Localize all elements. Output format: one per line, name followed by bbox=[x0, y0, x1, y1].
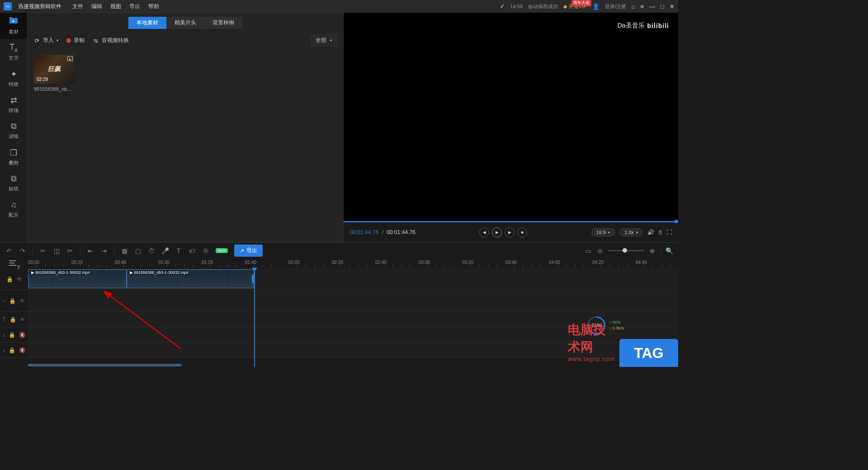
playhead[interactable] bbox=[254, 268, 255, 367]
ruler[interactable]: 00:0000:2000:4001:0001:2001:4002:0002:20… bbox=[28, 258, 678, 268]
mute-icon[interactable]: 🔇 bbox=[19, 332, 26, 338]
tag-icon[interactable]: 🏷 bbox=[189, 247, 196, 254]
current-time: 00:01:44.76 bbox=[350, 229, 378, 235]
zoom-fit-icon[interactable]: 🔍 bbox=[665, 247, 673, 254]
track-options-icon[interactable]: + bbox=[9, 260, 18, 266]
aspect-dropdown[interactable]: 16:9 ▾ bbox=[591, 228, 615, 236]
copy-icon[interactable]: ⎘ bbox=[202, 247, 209, 254]
crop-icon[interactable]: ◫ bbox=[53, 247, 60, 254]
lock-icon[interactable]: 🔒 bbox=[9, 347, 15, 353]
sidebar-label-media: 素材 bbox=[9, 28, 19, 35]
preview-screen[interactable]: Da圣音乐 bilibili bbox=[344, 13, 678, 221]
convert-button[interactable]: ⇆ 音视频转换 bbox=[93, 37, 129, 44]
speed-icon[interactable]: ⏱ bbox=[148, 247, 155, 254]
redo-icon[interactable]: ↷ bbox=[19, 247, 26, 254]
timeline-scrollbar[interactable] bbox=[28, 363, 678, 367]
trim-start-icon[interactable]: ⇤ bbox=[87, 247, 94, 254]
snapshot-icon[interactable]: ⎙ bbox=[659, 229, 662, 235]
mute-icon[interactable]: 🔇 bbox=[19, 347, 26, 353]
import-button[interactable]: ⟳ 导入 ▾ bbox=[34, 37, 58, 44]
media-item[interactable]: ▶ 狂飙 02:29 991558388_nb3-... bbox=[34, 55, 75, 92]
lock-icon[interactable]: 🔒 bbox=[9, 332, 15, 338]
trim-end-icon[interactable]: ⇥ bbox=[100, 247, 108, 254]
freeze-icon[interactable]: ▦ bbox=[121, 247, 128, 254]
vip-button[interactable]: ◆ 开通VIP 周年大促 bbox=[563, 3, 587, 10]
menu-view[interactable]: 视图 bbox=[110, 3, 121, 10]
sidebar-item-music[interactable]: ♫ 配乐 bbox=[0, 196, 27, 222]
zoom-in-icon[interactable]: ⊕ bbox=[649, 247, 656, 254]
separator bbox=[80, 247, 80, 254]
close-icon[interactable]: ✕ bbox=[670, 3, 675, 10]
sidebar-item-overlay[interactable]: ❐ 叠附 bbox=[0, 144, 27, 170]
stop-button[interactable]: ■ bbox=[517, 227, 527, 237]
mic-icon[interactable]: 🎤 bbox=[161, 247, 169, 254]
media-duration: 02:29 bbox=[37, 77, 48, 82]
next-frame-button[interactable]: ▶ bbox=[505, 227, 514, 237]
sidebar-item-sticker[interactable]: ⧉ 贴纸 bbox=[0, 170, 27, 196]
track-head-video: 🔒 👁 bbox=[0, 276, 28, 282]
sidebar-label-sticker: 贴纸 bbox=[9, 185, 19, 192]
eye-icon[interactable]: 👁 bbox=[20, 316, 25, 323]
menu-edit[interactable]: 编辑 bbox=[91, 3, 102, 10]
fullscreen-icon[interactable]: ⛶ bbox=[666, 229, 672, 235]
text-track-icon: T bbox=[3, 316, 6, 323]
eye-icon[interactable]: 👁 bbox=[17, 276, 22, 282]
tab-background[interactable]: 背景样例 bbox=[204, 17, 242, 29]
scrollbar-thumb[interactable] bbox=[28, 364, 182, 367]
minimize-icon[interactable]: — bbox=[649, 3, 655, 10]
sidebar-item-transition[interactable]: ⇄ 转场 bbox=[0, 91, 27, 118]
play-button[interactable]: ▶ bbox=[492, 227, 502, 237]
filter-label: 全部 bbox=[316, 37, 326, 44]
home-icon[interactable]: ⌂ bbox=[632, 3, 635, 10]
speed-dropdown[interactable]: 1.0x ▾ bbox=[619, 228, 643, 236]
cut-icon[interactable]: ✄ bbox=[66, 247, 74, 254]
eye-icon[interactable]: 👁 bbox=[19, 298, 25, 304]
marker-icon[interactable]: ▢ bbox=[134, 247, 142, 254]
export-button[interactable]: ↗ 导出 bbox=[234, 244, 263, 257]
login-label[interactable]: 登录/注册 bbox=[605, 3, 626, 10]
filter-dropdown[interactable]: 全部 ▾ bbox=[311, 34, 337, 47]
track-head-text: T 🔒 👁 bbox=[0, 316, 28, 323]
app-logo: ✂ bbox=[4, 2, 12, 10]
timeline-toolbar: ↶ ↷ ✂ ◫ ✄ ⇤ ⇥ ▦ ▢ ⏱ 🎤 T 🏷 ⎘ NEW ↗ 导出 ▭ ⊖… bbox=[0, 242, 678, 258]
zoom-out-icon[interactable]: ⊖ bbox=[596, 247, 604, 254]
playback-controls: ◀ ▶ ▶ ■ bbox=[479, 227, 527, 237]
tab-local[interactable]: 本地素材 bbox=[128, 17, 166, 29]
media-panel: 本地素材 精美片头 背景样例 ⟳ 导入 ▾ 录制 ⇆ 音视频转换 全部 ▾ bbox=[27, 13, 344, 242]
text-tool-icon[interactable]: T bbox=[175, 247, 182, 254]
lock-icon[interactable]: 🔒 bbox=[6, 276, 13, 282]
timeline-clip[interactable]: ▶ 991558388_nb3-1-30032.mp4 bbox=[127, 269, 254, 288]
ruler-mark: 03:40 bbox=[505, 260, 517, 265]
chevron-down-icon: ▾ bbox=[636, 230, 638, 235]
sidebar-item-fx[interactable]: ✦ 特效 bbox=[0, 65, 27, 91]
lock-icon[interactable]: 🔒 bbox=[9, 316, 16, 323]
prev-frame-button[interactable]: ◀ bbox=[479, 227, 489, 237]
record-button[interactable]: 录制 bbox=[66, 37, 85, 44]
sidebar-item-media[interactable]: 素材 bbox=[0, 13, 27, 39]
menu-export[interactable]: 导出 bbox=[129, 3, 140, 10]
menu-file[interactable]: 文件 bbox=[72, 3, 83, 10]
user-icon[interactable]: 👤 bbox=[592, 3, 599, 10]
tab-intro[interactable]: 精美片头 bbox=[166, 17, 204, 29]
undo-icon[interactable]: ↶ bbox=[5, 247, 13, 254]
maximize-icon[interactable]: □ bbox=[660, 3, 664, 10]
music-icon: ♫ bbox=[10, 200, 17, 210]
separator bbox=[114, 247, 114, 254]
zoom-knob[interactable] bbox=[623, 248, 627, 253]
preview-progress[interactable] bbox=[344, 221, 678, 222]
split-icon[interactable]: ✂ bbox=[39, 247, 47, 254]
lock-icon[interactable]: 🔒 bbox=[9, 298, 16, 304]
sidebar-item-filter[interactable]: ⧉ 滤镜 bbox=[0, 118, 27, 144]
volume-icon[interactable]: 🔊 bbox=[647, 229, 654, 235]
track-content-video[interactable]: ▶ 991558388_nb3-1-30032.mp4▶ 991558388_n… bbox=[28, 268, 678, 290]
time-separator: / bbox=[382, 229, 383, 235]
zoom-slider[interactable] bbox=[608, 250, 644, 251]
menu-help[interactable]: 帮助 bbox=[148, 3, 159, 10]
ruler-mark: 04:20 bbox=[592, 260, 604, 265]
hamburger-icon[interactable]: ≡ bbox=[641, 3, 644, 10]
sidebar-item-text[interactable]: TA 文字 bbox=[0, 39, 27, 65]
track-content-pip[interactable] bbox=[28, 290, 678, 311]
timeline-clip[interactable]: ▶ 991558388_nb3-1-30032.mp4 bbox=[28, 269, 127, 288]
record-icon bbox=[66, 38, 71, 43]
fit-icon[interactable]: ▭ bbox=[585, 247, 592, 254]
